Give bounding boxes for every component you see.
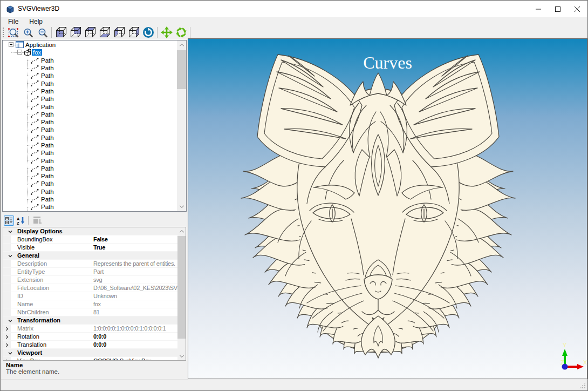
view-reset-button[interactable] (141, 26, 155, 39)
tree-item-path[interactable]: Path (40, 204, 55, 210)
value-column-divider (92, 333, 92, 341)
menu-file[interactable]: File (3, 17, 24, 26)
property-row[interactable]: Matrix 1:0:0:0:0:1:0:0:0:0:1:0:0:0:0:1 (3, 325, 177, 333)
property-row[interactable]: ID Unknown (3, 292, 177, 300)
property-value[interactable]: D:\06_Software\02_KES\2023\SVGSerial (93, 285, 177, 291)
pan-icon (161, 26, 173, 38)
rotate-button[interactable] (174, 26, 188, 39)
chevron-right-icon[interactable] (5, 327, 9, 331)
tree-item-application[interactable]: Application (24, 42, 57, 48)
property-row[interactable]: FileLocation D:\06_Software\02_KES\2023\… (3, 284, 177, 292)
property-row[interactable]: Name fox (3, 300, 177, 308)
tree-item-path[interactable]: Path (40, 119, 55, 125)
tree-item-path[interactable]: Path (40, 57, 55, 64)
tree-item-path[interactable]: Path (40, 88, 55, 95)
view-bottom-cube-button[interactable] (97, 26, 112, 39)
property-value[interactable]: fox (93, 301, 177, 307)
value-column-divider (92, 260, 92, 268)
property-scrollbar[interactable] (177, 227, 186, 360)
tree-item-path[interactable]: Path (40, 158, 55, 164)
tree-item-path[interactable]: Path (40, 104, 55, 110)
value-column-divider (92, 300, 92, 308)
toolbar-separator (51, 27, 52, 38)
menu-help[interactable]: Help (24, 17, 48, 26)
view-left-cube-button[interactable] (112, 26, 126, 39)
property-pages-button[interactable] (32, 215, 43, 226)
tree-scrollbar[interactable] (177, 41, 186, 211)
viewport-3d[interactable]: Curves Y X Z (188, 38, 587, 379)
tree-item-fox[interactable]: fox (32, 49, 42, 56)
property-category[interactable]: General (3, 252, 177, 260)
property-value[interactable]: svg (93, 277, 177, 283)
property-value[interactable]: 1:0:0:0:0:1:0:0:0:0:1:0:0:0:0:1 (93, 325, 177, 332)
toolbar-grip[interactable] (2, 27, 4, 38)
chevron-right-icon[interactable] (5, 335, 9, 339)
property-row[interactable]: Translation 0:0:0 (3, 341, 177, 349)
chevron-right-icon[interactable] (5, 343, 9, 347)
tree-connector (27, 207, 28, 212)
value-column-divider (92, 276, 92, 284)
property-row[interactable]: Extension svg (3, 276, 177, 284)
alphabetical-button[interactable]: A Z (16, 215, 26, 226)
property-scroll-thumb[interactable] (177, 236, 186, 339)
property-value[interactable]: Unknown (93, 293, 177, 299)
close-button[interactable] (568, 1, 587, 17)
chevron-down-icon (8, 351, 12, 355)
property-value[interactable]: 0:0:0 (93, 333, 177, 340)
property-value[interactable]: 81 (93, 309, 177, 315)
property-category[interactable]: Transformation (3, 316, 177, 325)
chevron-down-icon (8, 230, 12, 234)
tree-connector (27, 161, 28, 168)
minimize-button[interactable] (529, 1, 548, 17)
property-value[interactable]: False (93, 236, 177, 242)
property-help-title: Name (6, 362, 183, 368)
view-front-cube-button[interactable] (53, 26, 68, 39)
property-category[interactable]: Viewport (3, 349, 177, 357)
tree-item-path[interactable]: Path (40, 126, 55, 133)
tree-item-path[interactable]: Path (40, 180, 55, 187)
property-row[interactable]: Description Represents the parent of ent… (3, 260, 177, 268)
tree-item-path[interactable]: Path (40, 134, 55, 141)
tree-item-path[interactable]: Path (40, 150, 55, 156)
property-value[interactable]: True (93, 244, 177, 251)
tree-item-path[interactable]: Path (40, 96, 55, 102)
scroll-down-icon[interactable] (177, 352, 186, 360)
pan-button[interactable] (159, 26, 174, 39)
property-row[interactable]: NbrChildren 81 (3, 308, 177, 316)
toolbar-separator (157, 27, 158, 38)
tree-item-path[interactable]: Path (40, 173, 55, 179)
resize-grip-icon[interactable] (579, 382, 586, 389)
tree-expander[interactable] (17, 50, 22, 55)
zoom-window-button[interactable] (6, 26, 20, 39)
zoom-in-icon (22, 27, 33, 38)
tree-item-path[interactable]: Path (40, 188, 55, 195)
tree-item-path[interactable]: Path (40, 72, 55, 79)
property-row[interactable]: EntityType Part (3, 268, 177, 276)
property-value[interactable]: Represents the parent of entities. (93, 260, 177, 267)
scroll-up-icon[interactable] (177, 41, 186, 50)
categorized-button[interactable] (4, 215, 14, 226)
property-row[interactable]: Visible True (3, 244, 177, 252)
property-category[interactable]: Display Options (3, 227, 177, 235)
title-bar[interactable]: SVGViewer3D (1, 1, 587, 17)
property-value[interactable]: Part (93, 268, 177, 275)
scroll-down-icon[interactable] (177, 202, 186, 211)
tree-scroll-thumb[interactable] (177, 50, 186, 89)
tree-item-path[interactable]: Path (40, 111, 55, 118)
view-top-cube-button[interactable] (83, 26, 97, 39)
property-row[interactable]: Rotation 0:0:0 (3, 333, 177, 341)
svg-text:Z: Z (17, 220, 19, 225)
scroll-up-icon[interactable] (177, 227, 186, 235)
zoom-out-button[interactable] (35, 26, 50, 39)
property-row[interactable]: BoundingBox False (3, 235, 177, 244)
tree-item-path[interactable]: Path (40, 142, 55, 149)
view-back-cube-button[interactable] (68, 26, 83, 39)
property-value[interactable]: 0:0:0 (93, 341, 177, 348)
maximize-button[interactable] (548, 1, 568, 17)
tree-item-path[interactable]: Path (40, 165, 55, 172)
tree-item-path[interactable]: Path (40, 65, 55, 71)
view-right-cube-button[interactable] (126, 26, 141, 39)
tree-item-path[interactable]: Path (40, 196, 55, 203)
tree-item-path[interactable]: Path (40, 80, 55, 87)
zoom-in-button[interactable] (20, 26, 35, 39)
